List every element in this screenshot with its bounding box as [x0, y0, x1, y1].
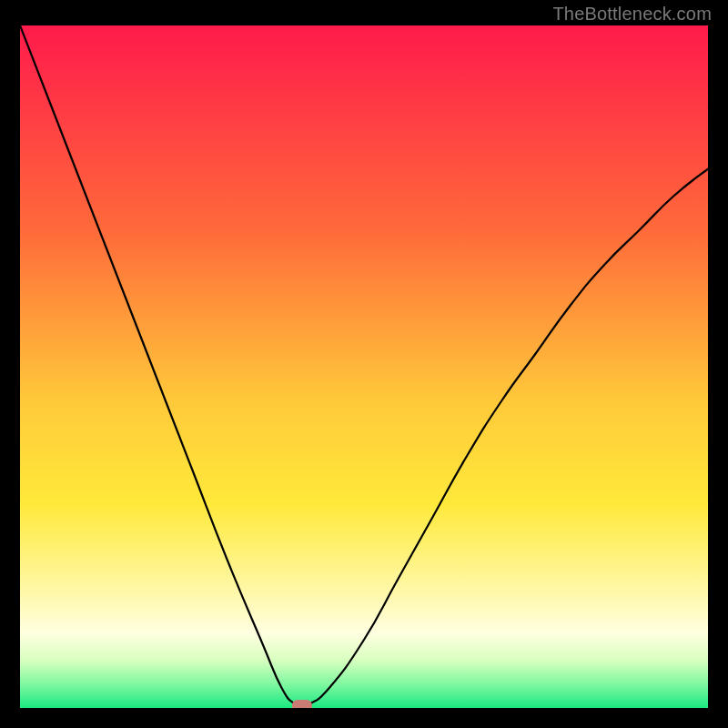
watermark-text: TheBottleneck.com	[552, 4, 712, 25]
chart-svg	[20, 25, 708, 708]
plot-area	[20, 25, 708, 708]
chart-container: TheBottleneck.com	[0, 0, 728, 728]
min-marker	[292, 700, 312, 708]
gradient-background	[20, 25, 708, 708]
